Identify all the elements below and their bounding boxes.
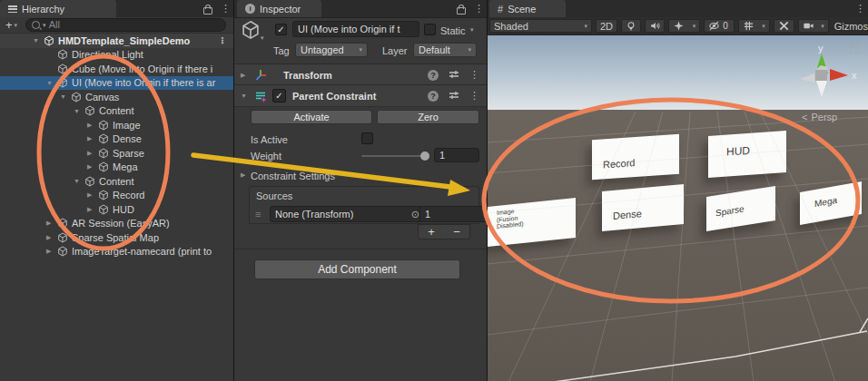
- tree-row[interactable]: ▼ Content: [0, 174, 233, 189]
- tree-row[interactable]: ▼ Canvas: [0, 90, 233, 104]
- panel-menu-icon[interactable]: ⋮: [221, 4, 231, 14]
- foldout-arrow-icon[interactable]: ▼: [241, 93, 252, 99]
- effects-dropdown-button[interactable]: ▾: [668, 19, 700, 33]
- tree-row[interactable]: ▶ ImageTarget-namecard (print to: [0, 245, 233, 259]
- weight-slider[interactable]: [361, 155, 425, 157]
- disclosure-arrow-icon[interactable]: ▶: [87, 191, 98, 199]
- camera-dropdown-button[interactable]: ▾: [798, 19, 828, 33]
- disclosure-arrow-icon[interactable]: ▶: [87, 206, 98, 213]
- preset-icon[interactable]: [449, 67, 459, 83]
- constraint-settings-label[interactable]: Constraint Settings: [251, 171, 335, 181]
- tree-row[interactable]: ▼ Content: [0, 104, 233, 119]
- panel-label-line: Disabled): [497, 220, 524, 230]
- row-label: Mega: [113, 161, 138, 172]
- disclosure-arrow-icon[interactable]: ▼: [33, 37, 44, 44]
- gameobject-icon: [71, 92, 82, 103]
- help-icon[interactable]: ?: [428, 91, 439, 102]
- add-component-button[interactable]: Add Component: [254, 259, 460, 279]
- disclosure-arrow-icon[interactable]: ▶: [46, 220, 57, 227]
- tab-scene[interactable]: # Scene: [489, 0, 566, 17]
- lock-icon[interactable]: [457, 7, 466, 15]
- disclosure-arrow-icon[interactable]: ▶: [87, 122, 98, 129]
- divider: [234, 249, 487, 249]
- panel-menu-icon[interactable]: ⋮: [474, 4, 484, 14]
- tree-row[interactable]: ▶ Record: [0, 189, 233, 203]
- disclosure-arrow-icon[interactable]: ▼: [74, 108, 84, 114]
- remove-source-button[interactable]: −: [444, 225, 469, 239]
- activate-button[interactable]: Activate: [251, 110, 372, 124]
- component-tools-button[interactable]: [774, 19, 795, 33]
- zero-button[interactable]: Zero: [377, 110, 479, 124]
- static-dropdown-icon[interactable]: ▾: [470, 26, 474, 34]
- disclosure-arrow-icon[interactable]: ▶: [87, 135, 98, 142]
- search-filter-icon[interactable]: ▾: [43, 22, 46, 29]
- row-kebab-icon[interactable]: ⋮: [218, 35, 233, 45]
- tree-row[interactable]: ▶ HUD: [0, 202, 233, 217]
- drag-handle-icon[interactable]: ≡: [255, 209, 261, 220]
- disclosure-arrow-icon[interactable]: ▼: [60, 93, 71, 100]
- component-menu-icon[interactable]: ⋮: [469, 91, 479, 101]
- component-enabled-checkbox[interactable]: ✓: [272, 89, 286, 103]
- audio-toggle-button[interactable]: [645, 19, 665, 33]
- gizmos-dropdown[interactable]: Gizmos: [834, 21, 868, 32]
- weight-slider-handle[interactable]: [420, 151, 429, 161]
- tree-row[interactable]: ▶ Mega: [0, 161, 233, 175]
- scene-object-dense[interactable]: Dense: [602, 184, 684, 231]
- scene-viewport[interactable]: Image (Fusion Disabled) Record HUD Dense…: [488, 35, 868, 381]
- gameobject-cube-icon[interactable]: [241, 20, 261, 40]
- lock-icon[interactable]: [203, 7, 212, 15]
- active-checkbox[interactable]: ✓: [275, 24, 287, 35]
- panel-menu-icon[interactable]: ⋮: [855, 4, 865, 14]
- shading-mode-dropdown[interactable]: Shaded ▾: [489, 19, 592, 33]
- tree-row[interactable]: ▶ AR Session (EasyAR): [0, 217, 233, 231]
- tree-row[interactable]: Cube (Move into Origin if there i: [0, 62, 233, 76]
- create-menu-button[interactable]: + ▾: [5, 18, 17, 32]
- transform-header[interactable]: ▶ Transform ? ⋮: [234, 64, 487, 86]
- object-picker-icon[interactable]: ⊙: [411, 209, 419, 220]
- parent-constraint-title: Parent Constraint: [292, 91, 376, 102]
- scene-object-record[interactable]: Record: [592, 134, 679, 181]
- grid-visibility-dropdown[interactable]: ▾: [738, 19, 770, 33]
- disclosure-arrow-icon[interactable]: ▼: [74, 178, 84, 184]
- tree-row[interactable]: ▼ UI (Move into Origin if there is ar: [0, 76, 233, 91]
- tag-dropdown[interactable]: Untagged ▾: [295, 43, 368, 57]
- disclosure-arrow-icon[interactable]: ▼: [46, 80, 57, 86]
- tab-inspector[interactable]: i Inspector: [237, 0, 321, 17]
- disclosure-arrow-icon[interactable]: ▶: [46, 248, 57, 255]
- gizmo-lock-icon[interactable]: [850, 46, 859, 54]
- help-icon[interactable]: ?: [428, 70, 439, 81]
- gameobject-icon: [98, 190, 109, 200]
- transform-icon: [254, 69, 267, 82]
- scene-object-hud[interactable]: HUD: [708, 131, 786, 178]
- search-input[interactable]: ▾ All: [25, 18, 226, 32]
- tree-row[interactable]: ▶ Sparse: [0, 146, 233, 161]
- tree-row[interactable]: Directional Light: [0, 48, 233, 63]
- hidden-objects-button[interactable]: 0: [704, 19, 734, 33]
- lighting-toggle-button[interactable]: [621, 19, 641, 33]
- add-source-button[interactable]: +: [419, 225, 444, 239]
- disclosure-arrow-icon[interactable]: ▶: [87, 163, 98, 171]
- hierarchy-tab-label: Hierarchy: [22, 4, 64, 15]
- weight-value-field[interactable]: 1: [434, 148, 479, 162]
- projection-toggle[interactable]: < Persp: [802, 112, 837, 122]
- tab-hierarchy[interactable]: Hierarchy: [0, 0, 116, 17]
- preset-icon[interactable]: [449, 88, 459, 104]
- gameobject-icon: [84, 176, 95, 187]
- gameobject-name-field[interactable]: UI (Move into Origin if t: [292, 21, 419, 37]
- component-menu-icon[interactable]: ⋮: [469, 70, 479, 80]
- disclosure-arrow-icon[interactable]: ▶: [46, 234, 57, 241]
- source-weight-field[interactable]: 1: [419, 206, 487, 222]
- foldout-arrow-icon[interactable]: ▶: [241, 72, 252, 79]
- icon-dropdown-icon[interactable]: ▾: [261, 34, 264, 42]
- 2d-toggle-button[interactable]: 2D: [596, 19, 617, 33]
- disclosure-arrow-icon[interactable]: ▶: [87, 150, 98, 157]
- tree-row[interactable]: ▶ Dense: [0, 132, 233, 147]
- static-checkbox[interactable]: [424, 24, 436, 35]
- layer-dropdown[interactable]: Default ▾: [413, 43, 477, 57]
- tree-row[interactable]: ▼ HMDTemplate_SimpleDemo ⋮: [0, 34, 233, 48]
- tree-row[interactable]: ▶ Image: [0, 118, 233, 132]
- is-active-checkbox[interactable]: [361, 132, 373, 144]
- source-object-field[interactable]: None (Transform) ⊙: [270, 206, 425, 222]
- parent-constraint-header[interactable]: ▼ ✓ Parent Constraint ? ⋮: [234, 84, 487, 107]
- tree-row[interactable]: ▶ Sparse Spatial Map: [0, 230, 233, 245]
